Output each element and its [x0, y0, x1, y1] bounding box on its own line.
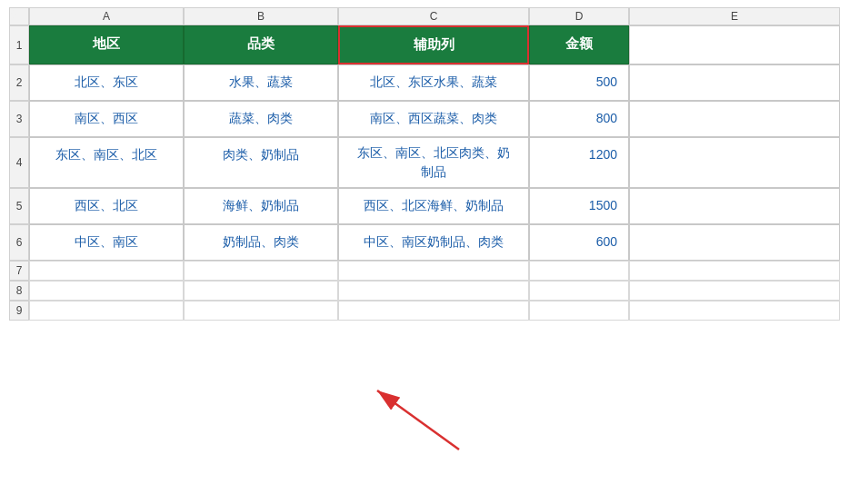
- cell-e3: [629, 101, 840, 137]
- cell-c4: 东区、南区、北区肉类、奶制品: [338, 137, 529, 188]
- cell-a3: 南区、西区: [29, 101, 184, 137]
- row-num-1: 1: [9, 25, 29, 64]
- table-row: 5 西区、北区 海鲜、奶制品 西区、北区海鲜、奶制品 1500: [0, 188, 849, 224]
- col-header-d: D: [529, 7, 629, 25]
- cell-b6: 奶制品、肉类: [184, 224, 338, 261]
- row-num-6: 6: [9, 224, 29, 261]
- col-header-e: E: [629, 7, 840, 25]
- arrow-annotation: [323, 377, 504, 461]
- cell-d2: 500: [529, 64, 629, 101]
- cell-b2: 水果、蔬菜: [184, 64, 338, 101]
- cell-c3: 南区、西区蔬菜、肉类: [338, 101, 529, 137]
- empty-row-8: 8: [0, 281, 849, 301]
- header-cell-b: 品类: [184, 25, 338, 64]
- row-num-5: 5: [9, 188, 29, 224]
- col-header-c: C: [338, 7, 529, 25]
- cell-a5: 西区、北区: [29, 188, 184, 224]
- row-num-2: 2: [9, 64, 29, 101]
- cell-c5: 西区、北区海鲜、奶制品: [338, 188, 529, 224]
- cell-e2: [629, 64, 840, 101]
- header-cell-d: 金额: [529, 25, 629, 64]
- col-header-b: B: [184, 7, 338, 25]
- cell-c6: 中区、南区奶制品、肉类: [338, 224, 529, 261]
- empty-row-7: 7: [0, 261, 849, 281]
- table-row: 4 东区、南区、北区 肉类、奶制品 东区、南区、北区肉类、奶制品 1200: [0, 137, 849, 188]
- cell-a2: 北区、东区: [29, 64, 184, 101]
- table-row: 3 南区、西区 蔬菜、肉类 南区、西区蔬菜、肉类 800: [0, 101, 849, 137]
- row-num-4: 4: [9, 137, 29, 188]
- svg-line-1: [377, 390, 459, 450]
- col-header-a: A: [29, 7, 184, 25]
- cell-c2: 北区、东区水果、蔬菜: [338, 64, 529, 101]
- cell-a4: 东区、南区、北区: [29, 137, 184, 188]
- cell-d3: 800: [529, 101, 629, 137]
- empty-row-9: 9: [0, 301, 849, 321]
- table-row: 6 中区、南区 奶制品、肉类 中区、南区奶制品、肉类 600: [0, 224, 849, 261]
- spreadsheet: 0 A B C D E 1 地区 品类 辅助列 金额 2 北区、东区 水果、蔬菜…: [0, 0, 849, 321]
- header-cell-a: 地区: [29, 25, 184, 64]
- cell-b5: 海鲜、奶制品: [184, 188, 338, 224]
- cell-b3: 蔬菜、肉类: [184, 101, 338, 137]
- cell-a6: 中区、南区: [29, 224, 184, 261]
- cell-d4: 1200: [529, 137, 629, 188]
- header-cell-e: [629, 25, 840, 64]
- cell-d6: 600: [529, 224, 629, 261]
- cell-b4: 肉类、奶制品: [184, 137, 338, 188]
- cell-e4: [629, 137, 840, 188]
- table-row: 2 北区、东区 水果、蔬菜 北区、东区水果、蔬菜 500: [0, 64, 849, 101]
- cell-d5: 1500: [529, 188, 629, 224]
- row-num-3: 3: [9, 101, 29, 137]
- cell-e5: [629, 188, 840, 224]
- cell-e6: [629, 224, 840, 261]
- header-cell-c: 辅助列: [338, 25, 529, 64]
- arrow-svg: [323, 377, 504, 459]
